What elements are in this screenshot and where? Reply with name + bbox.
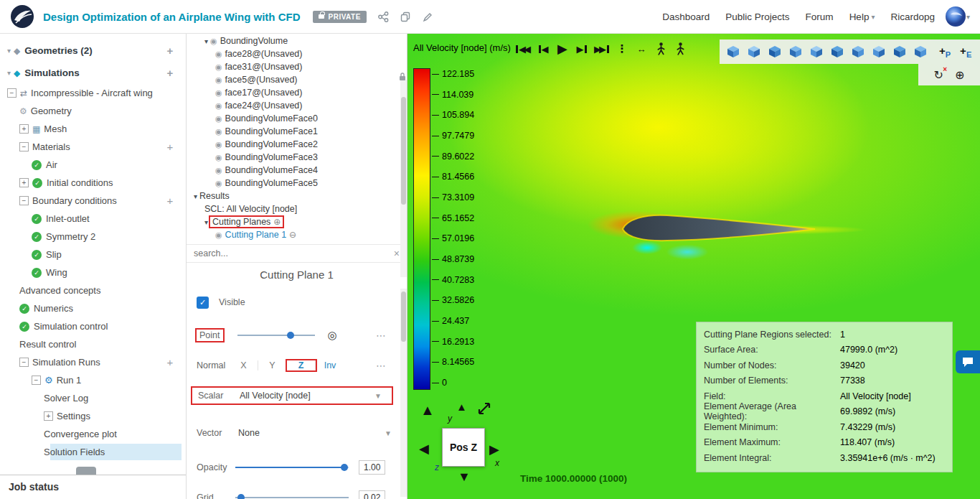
expander-icon[interactable]: + <box>44 411 53 421</box>
properties-scrollbar[interactable] <box>400 289 407 497</box>
sidebar-item-wing[interactable]: ✓Wing <box>0 264 186 281</box>
opacity-slider[interactable] <box>235 467 349 468</box>
top-view-icon[interactable] <box>870 42 888 61</box>
tree-item-face24-unsaved[interactable]: ◉face24@(Unsaved) <box>187 99 407 112</box>
step-forward-icon[interactable]: ▶ <box>575 40 589 57</box>
pan-up-icon[interactable]: ▲ <box>420 402 435 419</box>
add-button[interactable]: + <box>164 45 176 57</box>
scrollbar-thumb[interactable] <box>401 292 406 342</box>
sidebar-item-simulation-control[interactable]: ✓Simulation control <box>0 317 186 335</box>
vector-dropdown[interactable]: Vector None ▼ <box>187 425 397 441</box>
fly-mode-icon[interactable] <box>673 40 687 57</box>
eye-icon[interactable]: ◉ <box>215 166 222 175</box>
pos-z-button[interactable]: Pos Z <box>442 428 485 467</box>
skip-first-icon[interactable]: ◀◀ <box>515 40 531 57</box>
chevron-down-icon[interactable]: ▾ <box>194 192 197 200</box>
grid-value[interactable]: 0.02 <box>359 490 385 499</box>
add-button[interactable]: + <box>164 356 176 368</box>
panel-collapse-handle[interactable] <box>76 467 96 475</box>
sidebar-item-solution-fields[interactable]: Solution Fields <box>0 443 186 461</box>
pan-right-icon[interactable]: ▶ <box>489 442 499 457</box>
nav-forum[interactable]: Forum <box>806 11 834 22</box>
tree-item-face5-unsaved[interactable]: ◉face5@(Unsaved) <box>187 73 407 86</box>
account-chevron-down-icon[interactable]: ▾ <box>966 13 970 21</box>
scene-tree-scrollbar[interactable] <box>400 80 407 277</box>
normal-more-options-icon[interactable]: ⋯ <box>376 360 386 371</box>
opacity-value[interactable]: 1.00 <box>359 460 385 475</box>
expander-icon[interactable]: − <box>7 88 17 98</box>
normal-y-button[interactable]: Y <box>258 360 287 370</box>
section-box-icon[interactable] <box>911 42 930 61</box>
diagonal-arrows-icon[interactable] <box>475 399 494 421</box>
close-icon[interactable]: × <box>394 248 400 259</box>
isometric-view-icon[interactable] <box>765 42 784 61</box>
sidebar-item-solver-log[interactable]: Solver Log <box>0 389 186 407</box>
sidebar-item-run-1[interactable]: −⚙Run 1 <box>0 371 186 389</box>
add-point-probe-icon[interactable]: +P <box>939 45 951 59</box>
front-view-icon[interactable] <box>786 42 805 61</box>
center-axes-icon[interactable]: ⊕ <box>955 68 964 82</box>
eye-icon[interactable]: ◉ <box>215 62 222 72</box>
left-view-icon[interactable] <box>828 42 847 61</box>
eye-icon[interactable]: ◉ <box>215 140 222 149</box>
tree-item-cutting-plane-1[interactable]: ◉Cutting Plane 1⊖ <box>187 228 407 241</box>
sidebar-item-numerics[interactable]: ✓Numerics <box>0 299 186 317</box>
edit-icon[interactable] <box>423 11 433 22</box>
viewport[interactable]: All Velocity [node] (m/s) ◀◀◀▶▶▶▶⋮↔ +P+E… <box>407 34 980 499</box>
play-icon[interactable]: ▶ <box>555 40 570 57</box>
sidebar-item-geometry[interactable]: ⚙Geometry <box>0 102 186 120</box>
sidebar-item-materials[interactable]: −Materials+ <box>0 138 186 156</box>
sidebar-item-simulations[interactable]: ▾◆Simulations+ <box>0 62 186 84</box>
copy-icon[interactable] <box>400 11 411 22</box>
remove-circle-icon[interactable]: ⊖ <box>289 230 296 240</box>
job-status[interactable]: Job status <box>0 475 186 499</box>
tree-item-face28-unsaved[interactable]: ◉face28@(Unsaved) <box>187 47 407 60</box>
chevron-down-icon[interactable]: ▾ <box>7 69 11 77</box>
avatar[interactable] <box>945 6 966 27</box>
pick-point-icon[interactable]: ◎ <box>328 329 337 342</box>
add-button[interactable]: + <box>164 195 176 207</box>
sidebar-item-mesh[interactable]: +▦Mesh <box>0 120 186 138</box>
tree-item-face31-unsaved[interactable]: ◉face31@(Unsaved) <box>187 60 407 73</box>
point-slider[interactable] <box>237 335 315 336</box>
expander-icon[interactable]: + <box>19 178 29 187</box>
slider-handle[interactable] <box>341 464 348 471</box>
expander-icon[interactable]: − <box>19 142 29 151</box>
app-logo-icon[interactable] <box>10 4 34 29</box>
sidebar-item-air[interactable]: ✓Air <box>0 156 186 174</box>
tree-item-boundingvolumeface4[interactable]: ◉BoundingVolumeFace4 <box>187 164 407 177</box>
right-view-icon[interactable] <box>849 42 867 61</box>
chevron-down-icon[interactable]: ▼ <box>385 429 392 437</box>
pan-down-icon[interactable]: ▼ <box>458 470 471 485</box>
eye-icon[interactable]: ◉ <box>210 37 217 46</box>
eye-icon[interactable]: ◉ <box>215 75 222 85</box>
tree-item-boundingvolumeface1[interactable]: ◉BoundingVolumeFace1 <box>187 125 407 138</box>
reset-camera-icon[interactable] <box>724 42 743 61</box>
tree-item-results[interactable]: ▾Results <box>187 190 407 202</box>
add-element-probe-icon[interactable]: +E <box>960 45 971 59</box>
eye-icon[interactable]: ◉ <box>215 50 222 59</box>
walk-mode-icon[interactable] <box>654 40 668 57</box>
chevron-down-icon[interactable]: ▾ <box>204 218 208 226</box>
sidebar-item-geometries-2[interactable]: ▾◆Geometries (2)+ <box>0 39 186 62</box>
expander-icon[interactable]: − <box>19 358 29 367</box>
back-view-icon[interactable] <box>807 42 826 61</box>
eye-icon[interactable]: ◉ <box>215 153 222 162</box>
tree-item-boundingvolumeface2[interactable]: ◉BoundingVolumeFace2 <box>187 138 407 151</box>
chevron-down-icon[interactable]: ▼ <box>374 392 382 400</box>
sidebar-item-result-control[interactable]: Result control <box>0 335 186 353</box>
search-input[interactable] <box>194 248 394 258</box>
sidebar-item-incompressible-aircraft-wing[interactable]: −⇄Incompressible - Aircraft wing <box>0 84 186 102</box>
eye-icon[interactable]: ◉ <box>215 179 222 188</box>
normal-z-button[interactable]: Z <box>287 360 316 370</box>
scalar-dropdown[interactable]: Scalar All Velocity [node] ▼ <box>192 388 392 404</box>
sidebar-item-boundary-conditions[interactable]: −Boundary conditions+ <box>0 192 186 210</box>
visible-checkbox[interactable]: ✓ <box>197 297 209 309</box>
eye-icon[interactable]: ◉ <box>215 127 222 136</box>
chevron-down-icon[interactable]: ▾ <box>204 37 208 45</box>
chat-button[interactable] <box>956 350 980 373</box>
tree-item-boundingvolume[interactable]: ▾◉BoundingVolume <box>187 34 407 47</box>
expander-icon[interactable]: + <box>19 124 29 134</box>
add-button[interactable]: + <box>164 141 176 153</box>
sidebar-item-simulation-runs[interactable]: −Simulation Runs+ <box>0 353 186 371</box>
